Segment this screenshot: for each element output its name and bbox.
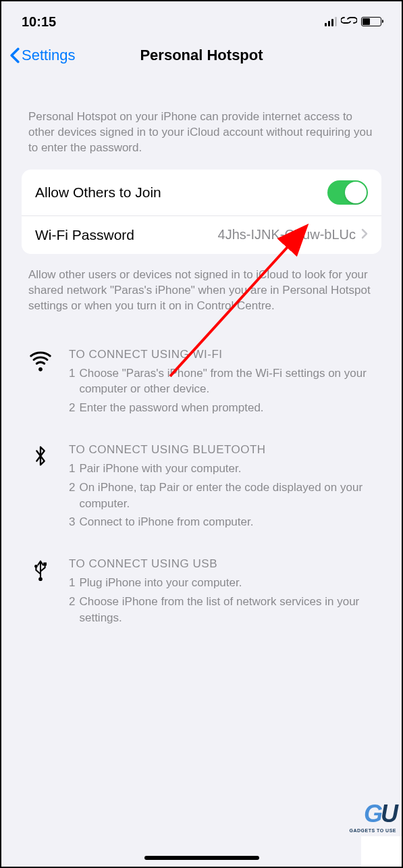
wifi-password-label: Wi-Fi Password <box>35 227 134 243</box>
bluetooth-instructions: TO CONNECT USING BLUETOOTH 1Pair iPhone … <box>28 443 375 533</box>
chevron-right-icon <box>361 227 368 242</box>
wifi-step-1: Choose "Paras's iPhone" from the Wi-Fi s… <box>79 365 375 398</box>
usb-step-1: Plug iPhone into your computer. <box>79 575 242 591</box>
svg-rect-1 <box>43 563 47 566</box>
page-title: Personal Hotspot <box>140 47 263 64</box>
usb-icon <box>28 557 53 628</box>
footer-description: Allow other users or devices not signed … <box>22 254 381 328</box>
status-bar: 10:15 <box>1 1 402 35</box>
watermark: GU GADGETS TO USE <box>350 800 397 833</box>
instructions-section: TO CONNECT USING WI-FI 1Choose "Paras's … <box>22 328 381 673</box>
wifi-instructions: TO CONNECT USING WI-FI 1Choose "Paras's … <box>28 348 375 419</box>
home-indicator[interactable] <box>144 856 259 860</box>
hotspot-link-icon <box>341 14 357 29</box>
wifi-icon <box>28 348 53 419</box>
usb-instructions: TO CONNECT USING USB 1Plug iPhone into y… <box>28 557 375 628</box>
back-label: Settings <box>22 47 76 64</box>
usb-step-2: Choose iPhone from the list of network s… <box>79 594 375 626</box>
wifi-inst-title: TO CONNECT USING WI-FI <box>69 348 375 361</box>
bluetooth-icon <box>28 443 53 533</box>
wifi-password-row[interactable]: Wi-Fi Password 4Jhs-IJNK-CZuw-bLUc <box>22 215 381 254</box>
bt-step-1: Pair iPhone with your computer. <box>79 461 241 477</box>
wifi-password-value: 4Jhs-IJNK-CZuw-bLUc <box>218 227 356 242</box>
status-icons <box>325 14 381 29</box>
watermark-text: GADGETS TO USE <box>350 828 397 833</box>
bt-step-3: Connect to iPhone from computer. <box>79 514 253 530</box>
white-patch <box>361 836 402 867</box>
toggle-knob <box>345 182 367 203</box>
back-button[interactable]: Settings <box>9 47 76 64</box>
intro-description: Personal Hotspot on your iPhone can prov… <box>22 76 381 170</box>
cellular-signal-icon <box>325 17 337 26</box>
usb-inst-title: TO CONNECT USING USB <box>69 557 375 571</box>
status-time: 10:15 <box>22 14 56 30</box>
bt-inst-title: TO CONNECT USING BLUETOOTH <box>69 443 375 457</box>
allow-others-toggle[interactable] <box>327 180 368 205</box>
settings-card: Allow Others to Join Wi-Fi Password 4Jhs… <box>22 170 381 254</box>
chevron-left-icon <box>9 47 20 63</box>
battery-icon <box>361 17 381 26</box>
svg-point-2 <box>38 578 43 582</box>
wifi-step-2: Enter the password when prompted. <box>79 400 263 416</box>
allow-others-row[interactable]: Allow Others to Join <box>22 170 381 215</box>
allow-others-label: Allow Others to Join <box>35 184 161 201</box>
navigation-bar: Settings Personal Hotspot <box>1 35 402 76</box>
bt-step-2: On iPhone, tap Pair or enter the code di… <box>79 480 375 512</box>
svg-point-0 <box>34 565 38 568</box>
